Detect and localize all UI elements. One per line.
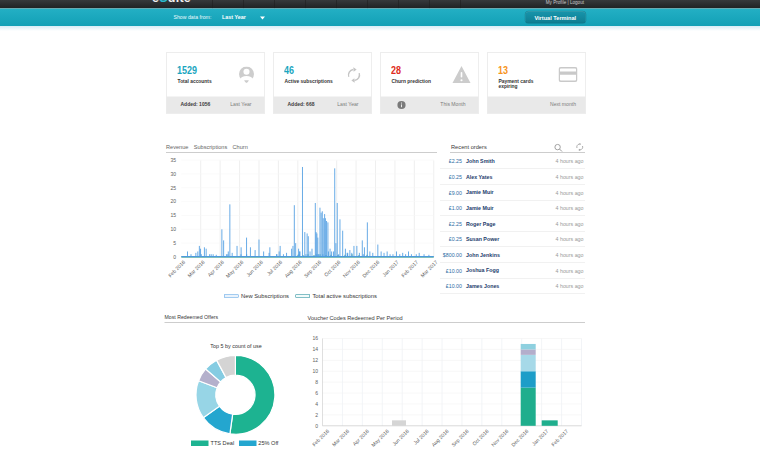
svg-text:Oct 2016: Oct 2016 xyxy=(471,428,490,447)
svg-text:Nov 2016: Nov 2016 xyxy=(490,428,510,448)
svg-text:Aug 2016: Aug 2016 xyxy=(430,428,450,448)
svg-text:12: 12 xyxy=(312,357,318,363)
svg-text:2: 2 xyxy=(315,412,318,418)
svg-text:6: 6 xyxy=(315,390,318,396)
svg-text:10: 10 xyxy=(312,368,318,374)
svg-text:14: 14 xyxy=(312,346,318,352)
svg-text:Feb 2017: Feb 2017 xyxy=(550,428,569,447)
svg-text:Dec 2016: Dec 2016 xyxy=(510,428,530,448)
svg-text:Jan 2017: Jan 2017 xyxy=(530,428,549,447)
svg-text:8: 8 xyxy=(315,379,318,385)
svg-text:Jul 2016: Jul 2016 xyxy=(412,428,430,446)
svg-text:Mar 2016: Mar 2016 xyxy=(331,428,350,447)
svg-text:May 2016: May 2016 xyxy=(370,428,390,448)
svg-text:16: 16 xyxy=(312,335,318,341)
svg-text:4: 4 xyxy=(315,401,318,407)
svg-text:Sep 2016: Sep 2016 xyxy=(450,428,470,448)
svg-text:Apr 2016: Apr 2016 xyxy=(351,428,370,447)
svg-text:Jun 2016: Jun 2016 xyxy=(391,428,410,447)
svg-text:0: 0 xyxy=(315,423,318,429)
svg-text:Feb 2016: Feb 2016 xyxy=(311,428,330,447)
